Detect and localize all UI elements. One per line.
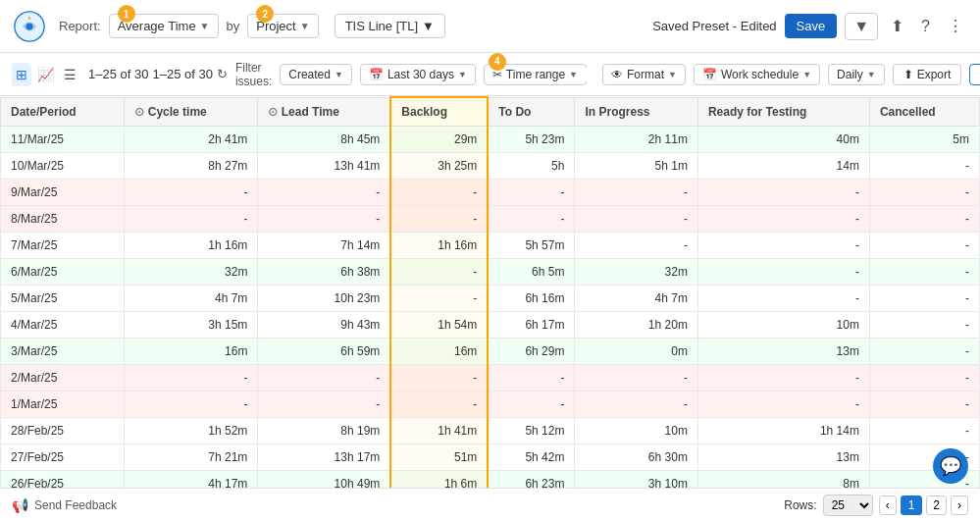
cell-todo: 5h 57m — [488, 233, 575, 259]
cell-ready: - — [697, 180, 869, 206]
format-label: Format — [627, 68, 664, 81]
cell-ready: 8m — [697, 471, 869, 489]
created-filter-chip[interactable]: Created ▼ — [280, 64, 352, 85]
cell-lead: 7h 14m — [258, 233, 390, 259]
cell-cycle: - — [125, 206, 258, 233]
calendar2-icon: 📅 — [702, 68, 717, 81]
created-label: Created — [288, 68, 331, 81]
calendar-icon: 📅 — [369, 68, 384, 81]
cell-cycle: 16m — [125, 339, 258, 365]
help-button[interactable]: ? — [916, 13, 935, 40]
more-button[interactable]: ⋮ — [943, 12, 968, 40]
feedback-button[interactable]: 📢 Send Feedback — [12, 497, 117, 513]
cell-ready: - — [697, 391, 869, 418]
expand-save-button[interactable]: ▼ — [845, 13, 878, 40]
next-page-button[interactable]: 2 — [926, 495, 947, 515]
cell-date: 26/Feb/25 — [1, 471, 125, 489]
cell-backlog: 1h 6m — [390, 471, 488, 489]
data-table-container: Date/Period ⊙ Cycle time ⊙ Lead Time Bac… — [0, 96, 980, 488]
date-range-chip[interactable]: 📅 Last 30 days ▼ — [360, 64, 476, 85]
cell-todo: 6h 16m — [488, 286, 575, 312]
top-toolbar: Report: 1 Average Time ▼ by 2 Project ▼ … — [0, 0, 980, 53]
cell-cycle: 32m — [125, 259, 258, 286]
table-row: 10/Mar/25 8h 27m 13h 41m 3h 25m 5h 5h 1m… — [1, 153, 980, 180]
cell-date: 4/Mar/25 — [1, 312, 125, 339]
save-button[interactable]: Save — [785, 14, 838, 38]
cell-cycle: 7h 21m — [125, 444, 258, 471]
cell-todo: 5h 12m — [488, 418, 575, 444]
cell-cancel: - — [869, 233, 979, 259]
cell-inprog: 32m — [575, 259, 697, 286]
export-icon: ⬆ — [903, 68, 913, 81]
last-page-button[interactable]: › — [951, 495, 968, 515]
cell-cancel: - — [869, 418, 979, 444]
cell-cycle: 1h 16m — [125, 233, 258, 259]
work-schedule-chip[interactable]: 📅 Work schedule ▼ — [694, 64, 820, 85]
cell-inprog: 10m — [575, 418, 697, 444]
cell-cycle: - — [125, 180, 258, 206]
format-chip[interactable]: 👁 Format ▼ — [602, 64, 686, 85]
page-nav: ‹ 1 2 › — [879, 495, 968, 515]
cell-ready: 13m — [697, 339, 869, 365]
cell-date: 2/Mar/25 — [1, 365, 125, 391]
data-table: Date/Period ⊙ Cycle time ⊙ Lead Time Bac… — [0, 96, 980, 488]
time-range-chip[interactable]: 4 ✂ Time range ▼ — [484, 64, 587, 85]
rows-select[interactable]: 25 50 100 — [823, 495, 873, 516]
avg-time-select[interactable]: 1 Average Time ▼ — [109, 14, 219, 38]
cell-date: 9/Mar/25 — [1, 180, 125, 206]
cell-backlog: - — [390, 365, 488, 391]
table-row: 2/Mar/25 - - - - - - - — [1, 365, 980, 391]
date-range-label: Last 30 days — [387, 68, 454, 81]
chat-bubble[interactable]: 💬 — [933, 448, 968, 484]
cell-lead: 6h 38m — [258, 259, 390, 286]
table-row: 28/Feb/25 1h 52m 8h 19m 1h 41m 5h 12m 10… — [1, 418, 980, 444]
cell-cancel: - — [869, 259, 979, 286]
cell-cancel: - — [869, 153, 979, 180]
chart-view-button[interactable]: 📈 — [33, 63, 58, 86]
feedback-label: Send Feedback — [34, 498, 117, 512]
avg-time-arrow: ▼ — [200, 21, 210, 31]
table-row: 27/Feb/25 7h 21m 13h 17m 51m 5h 42m 6h 3… — [1, 444, 980, 471]
daily-chip[interactable]: Daily ▼ — [828, 64, 885, 85]
project-arrow: ▼ — [300, 21, 310, 31]
grid-view-button[interactable]: ⊞ — [12, 63, 31, 86]
cell-ready: 14m — [697, 153, 869, 180]
share-button[interactable]: ⬆ — [886, 12, 908, 40]
cell-todo: 6h 29m — [488, 339, 575, 365]
refresh-icon[interactable]: ↻ — [217, 67, 228, 81]
cell-date: 11/Mar/25 — [1, 127, 125, 153]
cell-date: 7/Mar/25 — [1, 233, 125, 259]
cell-cycle: 2h 41m — [125, 127, 258, 153]
cell-date: 8/Mar/25 — [1, 206, 125, 233]
app-logo — [12, 9, 47, 44]
table-row: 9/Mar/25 - - - - - - - — [1, 180, 980, 206]
cell-cancel: - — [869, 365, 979, 391]
prev-page-button[interactable]: ‹ — [879, 495, 897, 515]
daily-arrow: ▼ — [867, 70, 876, 79]
cell-inprog: - — [575, 180, 697, 206]
cell-ready: 1h 14m — [697, 418, 869, 444]
col-header-inprog: In Progress — [575, 97, 697, 127]
table-row: 7/Mar/25 1h 16m 7h 14m 1h 16m 5h 57m - -… — [1, 233, 980, 259]
cell-todo: - — [488, 180, 575, 206]
time-range-arrow: ▼ — [569, 70, 578, 79]
cell-date: 6/Mar/25 — [1, 259, 125, 286]
list-view-button[interactable]: ☰ — [60, 63, 80, 86]
table-row: 1/Mar/25 - - - - - - - — [1, 391, 980, 418]
export-button[interactable]: ⬆ Export — [893, 64, 962, 85]
cell-backlog: 1h 41m — [390, 418, 488, 444]
bottom-bar: 📢 Send Feedback Rows: 25 50 100 ‹ 1 2 › — [0, 488, 980, 521]
cell-ready: 13m — [697, 444, 869, 471]
cell-inprog: 5h 1m — [575, 153, 697, 180]
cell-lead: 8h 45m — [258, 127, 390, 153]
col-header-backlog: Backlog — [390, 97, 488, 127]
col-header-date: Date/Period — [1, 97, 125, 127]
date-range-arrow: ▼ — [458, 70, 467, 79]
columns-button[interactable]: 5 Columns ▼ — [969, 64, 980, 85]
cell-date: 3/Mar/25 — [1, 339, 125, 365]
cell-backlog: - — [390, 259, 488, 286]
title-select[interactable]: TIS Line [TL] ▼ — [335, 14, 445, 38]
cell-lead: 13h 41m — [258, 153, 390, 180]
project-select[interactable]: 2 Project ▼ — [247, 14, 318, 38]
col-header-ready: Ready for Testing — [697, 97, 869, 127]
